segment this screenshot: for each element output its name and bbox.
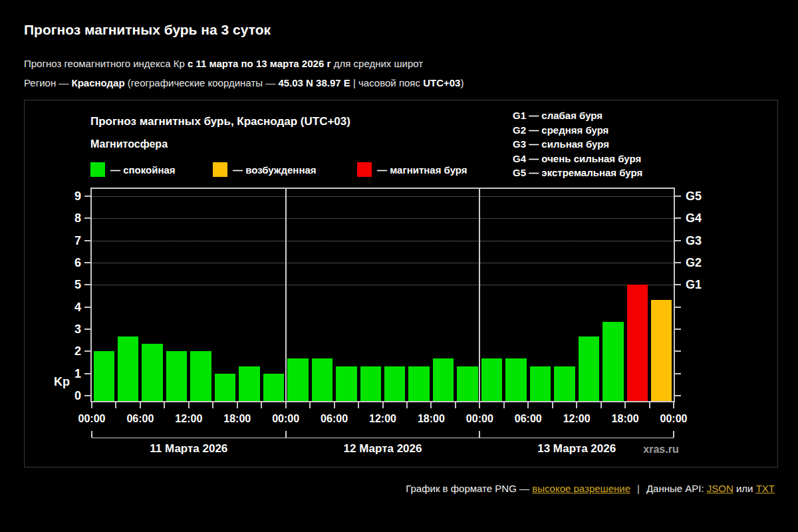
kp-bar [118,336,138,401]
kp-axis-tick [84,350,90,352]
kp-bar [433,358,454,401]
x-axis-tick [334,402,335,408]
day-label: 13 Марта 2026 [537,442,616,456]
plot-area: Kp xras.ru 0123456789G1G2G3G4G500:0006:0… [90,188,675,402]
kp-bar [142,344,162,401]
kp-axis-tick [84,196,90,197]
g-axis-tick [675,350,681,352]
x-axis-tick-label: 00:00 [660,413,688,425]
g-axis-label: G4 [686,211,702,225]
kp-axis-tick [84,262,90,263]
kp-axis-tick [84,395,90,396]
kp-bar [190,351,211,401]
g-axis-tick [675,395,681,396]
g-legend-item-4: G4 — очень сильная буря [513,152,642,166]
footer-or-text: или [736,483,753,494]
x-axis-tick [527,402,529,408]
x-axis-tick [358,402,359,408]
kp-axis-tick [84,284,90,285]
kp-axis-tick-label: 9 [59,189,81,203]
high-res-link[interactable]: высокое разрешение [532,483,630,494]
g-legend-item-2: G2 — средняя буря [513,123,642,138]
x-axis-tick [649,402,650,408]
kp-bar [287,358,308,401]
x-axis-tick [455,402,456,408]
subtitle-text: Прогноз геомагнитного индекса Кр [24,58,188,69]
region-coordinates: 45.03 N 38.97 E [278,77,350,88]
page: Прогноз магнитных бурь на 3 суток Прогно… [0,0,798,532]
x-axis-tick [140,402,141,408]
magnetosphere-legend-title: Магнитосфера [90,138,168,150]
x-axis-tick-label: 12:00 [175,413,202,425]
kp-bar [336,366,356,401]
x-axis-tick-label: 12:00 [369,413,396,425]
x-axis-tick [382,402,384,408]
g-axis-tick [675,284,681,285]
gridline-kp-9 [92,196,674,197]
day-bracket-tick [673,431,674,438]
g-axis-tick [675,196,681,197]
x-axis-tick [552,402,553,408]
kp-axis-tick [84,329,90,330]
kp-bar [94,351,114,401]
x-axis-tick [237,402,238,408]
kp-bar [166,351,187,401]
x-axis-tick [503,402,505,408]
day-bracket-tick [285,431,287,438]
kp-axis-tick [84,373,90,374]
legend-swatch-storm [357,162,372,177]
x-axis-tick [115,402,116,408]
x-axis-tick [624,402,626,408]
g-axis-label: G2 [686,255,702,270]
x-axis-tick [406,402,408,408]
day-label: 11 Марта 2026 [150,442,227,456]
footer-png-text: График в формате PNG — [406,483,532,494]
subtitle-text-2: для средних широт [331,58,424,69]
kp-bar [530,366,551,401]
g-legend-item-3: G3 — сильная буря [513,137,642,152]
x-axis-tick [430,402,432,408]
kp-bar [239,366,259,401]
json-link[interactable]: JSON [707,483,733,494]
chart-title: Прогноз магнитных бурь, Краснодар (UTC+0… [90,115,350,128]
x-axis-tick [188,402,190,408]
g-axis-tick [675,329,681,330]
kp-axis-tick [84,307,90,308]
g-axis-tick [675,307,681,308]
x-axis-tick-label: 00:00 [272,413,299,425]
gridline-kp-8 [92,218,674,219]
x-axis-tick-label: 06:00 [515,413,542,425]
x-axis-tick-label: 06:00 [126,413,154,425]
kp-axis-tick-label: 0 [59,388,81,403]
day-label: 12 Марта 2026 [344,442,422,456]
g-axis-tick [675,262,681,263]
page-title: Прогноз магнитных бурь на 3 суток [24,22,271,38]
day-separator [285,189,287,401]
region-text-2: (географические координаты — [125,77,279,88]
x-axis-tick [479,402,480,408]
kp-bar [602,322,623,401]
subtitle-date-range: с 11 марта по 13 марта 2026 г [188,58,331,69]
gridline-kp-6 [92,263,674,263]
g-axis-label: G3 [686,233,702,248]
x-axis-tick [576,402,577,408]
kp-bar [360,366,381,401]
region-timezone: UTC+03 [423,77,460,88]
x-axis-tick [212,402,213,408]
g-axis-label: G5 [686,189,702,203]
x-axis-tick-label: 06:00 [321,413,348,425]
txt-link[interactable]: TXT [756,483,775,494]
x-axis-tick-label: 00:00 [78,413,106,425]
kp-axis-tick [84,217,90,219]
x-axis-tick [261,402,262,408]
g-axis-tick [675,373,681,374]
kp-bar [554,366,575,401]
g-legend-item-1: G1 — слабая буря [513,108,642,123]
footer-text: График в формате PNG — высокое разрешени… [406,483,775,494]
kp-bar [215,374,235,401]
day-bracket-tick [479,431,480,438]
kp-bar [651,300,672,401]
kp-axis-tick-label: 2 [59,344,81,358]
day-bracket [92,438,674,438]
day-separator [479,189,480,401]
